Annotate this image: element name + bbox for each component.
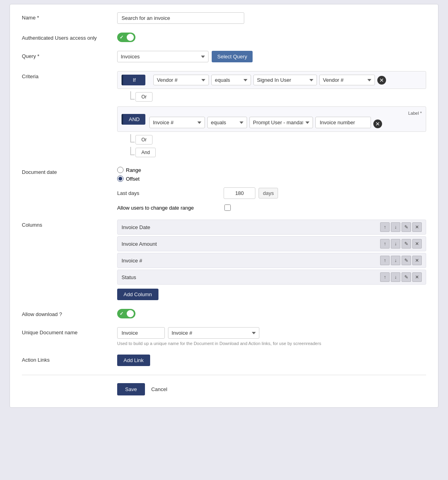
if-label-select[interactable]: Vendor # — [319, 75, 375, 85]
col-down-button[interactable]: ↓ — [391, 222, 400, 232]
table-row: Status ↑ ↓ ✎ ✕ — [117, 270, 426, 285]
doc-date-label: Document date — [22, 167, 117, 175]
offset-radio[interactable] — [117, 175, 124, 182]
offset-label: Offset — [126, 176, 139, 182]
allow-change-checkbox[interactable] — [224, 204, 231, 211]
columns-list: Invoice Date ↑ ↓ ✎ ✕ Invoice Amount ↑ ↓ … — [117, 220, 426, 285]
col-up-button[interactable]: ↑ — [380, 256, 390, 265]
column-name: Status — [122, 274, 380, 280]
and-remove-button[interactable]: ✕ — [373, 120, 382, 128]
and-badge: AND — [122, 114, 145, 125]
if-connector-line — [127, 91, 135, 102]
range-radio[interactable] — [117, 167, 124, 173]
range-label: Range — [126, 167, 141, 173]
col-up-button[interactable]: ↑ — [380, 222, 390, 232]
query-label: Query * — [22, 51, 117, 59]
table-row: Invoice Amount ↑ ↓ ✎ ✕ — [117, 236, 426, 251]
select-query-button[interactable]: Select Query — [212, 51, 253, 62]
and-value-select[interactable]: Prompt User - mandato — [249, 117, 313, 128]
criteria-label: Criteria — [22, 71, 117, 79]
query-select[interactable]: Invoices — [117, 51, 209, 62]
divider — [22, 375, 426, 375]
add-link-button[interactable]: Add Link — [117, 355, 150, 366]
if-badge: If — [122, 75, 145, 85]
if-field-select[interactable]: Vendor # — [153, 75, 209, 85]
allow-download-toggle[interactable]: ✓ — [117, 309, 135, 318]
days-unit: days — [259, 188, 278, 199]
col-down-button[interactable]: ↓ — [391, 239, 400, 249]
label-asterisk: Label * — [408, 111, 422, 116]
unique-doc-label: Unique Document name — [22, 327, 117, 335]
add-column-button[interactable]: Add Column — [117, 289, 158, 300]
unique-doc-help: Used to build up a unique name for the D… — [117, 341, 426, 346]
and-field-select[interactable]: Invoice # — [149, 117, 205, 128]
last-days-input[interactable] — [224, 187, 255, 199]
columns-label: Columns — [22, 220, 117, 228]
and-operator-select[interactable]: equals — [207, 117, 247, 128]
cancel-button[interactable]: Cancel — [150, 383, 169, 395]
and-and-button[interactable]: And — [135, 148, 156, 157]
table-row: Invoice Date ↑ ↓ ✎ ✕ — [117, 220, 426, 235]
and-or-connector — [127, 134, 135, 145]
allow-download-label: Allow download ? — [22, 309, 117, 317]
col-remove-button[interactable]: ✕ — [412, 222, 422, 232]
if-operator-select[interactable]: equals — [211, 75, 251, 85]
col-edit-button[interactable]: ✎ — [402, 239, 411, 249]
and-label-input[interactable] — [315, 117, 371, 128]
col-edit-button[interactable]: ✎ — [402, 272, 411, 282]
and-and-connector — [127, 147, 135, 158]
unique-prefix-input[interactable] — [117, 327, 165, 339]
column-name: Invoice Date — [122, 224, 380, 230]
allow-change-label: Allow users to change date range — [117, 205, 220, 211]
col-remove-button[interactable]: ✕ — [412, 239, 422, 249]
col-up-button[interactable]: ↑ — [380, 239, 390, 249]
save-button[interactable]: Save — [117, 383, 145, 395]
unique-field-select[interactable]: Invoice # — [168, 327, 259, 339]
col-edit-button[interactable]: ✎ — [402, 222, 411, 232]
col-remove-button[interactable]: ✕ — [412, 272, 422, 282]
table-row: Invoice # ↑ ↓ ✎ ✕ — [117, 253, 426, 268]
col-up-button[interactable]: ↑ — [380, 272, 390, 282]
column-name: Invoice # — [122, 258, 380, 264]
col-down-button[interactable]: ↓ — [391, 256, 400, 265]
if-value-select[interactable]: Signed In User — [253, 75, 317, 85]
auth-label: Authenticated Users access only — [22, 33, 117, 41]
name-input[interactable] — [117, 12, 244, 24]
name-label: Name * — [22, 12, 117, 21]
col-remove-button[interactable]: ✕ — [412, 256, 422, 265]
last-days-label: Last days — [117, 190, 220, 196]
and-or-button[interactable]: Or — [135, 135, 153, 145]
auth-toggle[interactable]: ✓ — [117, 33, 135, 42]
col-edit-button[interactable]: ✎ — [402, 256, 411, 265]
col-down-button[interactable]: ↓ — [391, 272, 400, 282]
action-links-label: Action Links — [22, 355, 117, 363]
if-remove-button[interactable]: ✕ — [377, 76, 386, 85]
if-or-button[interactable]: Or — [135, 92, 153, 102]
column-name: Invoice Amount — [122, 241, 380, 247]
